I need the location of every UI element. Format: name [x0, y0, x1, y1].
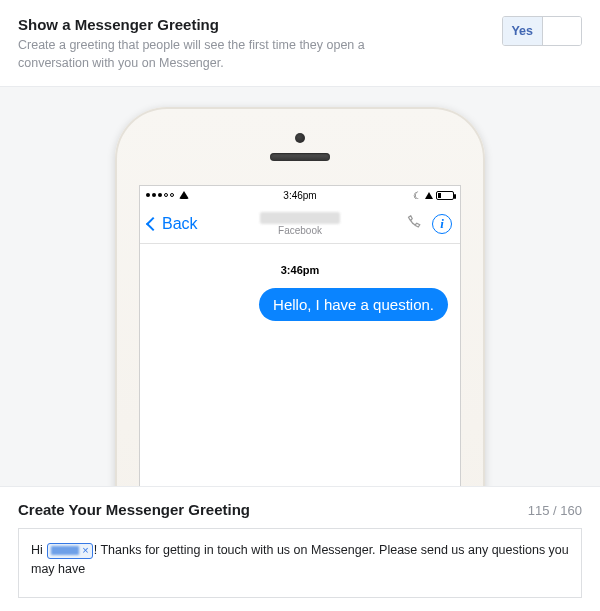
- phone-frame: 3:46pm ☾ Back Facebook: [115, 107, 485, 486]
- dnd-moon-icon: ☾: [413, 190, 422, 201]
- signal-dot-icon: [158, 193, 162, 197]
- toggle-yes[interactable]: Yes: [503, 17, 543, 45]
- signal-dot-icon: [152, 193, 156, 197]
- signal-dot-icon: [170, 193, 174, 197]
- greeting-text-after: ! Thanks for getting in touch with us on…: [31, 543, 569, 576]
- token-redacted-icon: [51, 546, 79, 555]
- chat-subtitle: Facebook: [278, 225, 322, 236]
- section-title: Show a Messenger Greeting: [18, 16, 486, 33]
- wifi-icon: [179, 191, 189, 199]
- char-counter: 115 / 160: [528, 503, 582, 518]
- token-remove-icon[interactable]: ×: [82, 545, 88, 556]
- name-token[interactable]: ×: [47, 543, 92, 559]
- chat-title-redacted: [260, 212, 340, 224]
- phone-speaker-icon: [270, 153, 330, 161]
- battery-icon: [436, 191, 454, 200]
- chevron-left-icon: [146, 216, 160, 230]
- preview-panel: 3:46pm ☾ Back Facebook: [0, 86, 600, 486]
- call-icon[interactable]: [404, 215, 422, 233]
- chat-navbar: Back Facebook i: [140, 204, 460, 244]
- chat-timestamp: 3:46pm: [152, 264, 448, 276]
- toggle-no[interactable]: [543, 17, 582, 45]
- info-icon[interactable]: i: [432, 214, 452, 234]
- status-bar: 3:46pm ☾: [140, 186, 460, 204]
- back-button[interactable]: Back: [148, 215, 198, 233]
- greeting-input[interactable]: Hi ×! Thanks for getting in touch with u…: [18, 528, 582, 598]
- editor-title: Create Your Messenger Greeting: [18, 501, 528, 518]
- signal-dot-icon: [146, 193, 150, 197]
- location-icon: [425, 192, 433, 199]
- phone-screen: 3:46pm ☾ Back Facebook: [139, 185, 461, 486]
- back-label: Back: [162, 215, 198, 233]
- signal-dot-icon: [164, 193, 168, 197]
- greeting-text-before: Hi: [31, 543, 46, 557]
- section-description: Create a greeting that people will see t…: [18, 37, 418, 72]
- user-message-bubble: Hello, I have a question.: [259, 288, 448, 321]
- statusbar-time: 3:46pm: [283, 190, 316, 201]
- greeting-toggle[interactable]: Yes: [502, 16, 582, 46]
- phone-camera-icon: [295, 133, 305, 143]
- chat-area: 3:46pm Hello, I have a question.: [140, 244, 460, 300]
